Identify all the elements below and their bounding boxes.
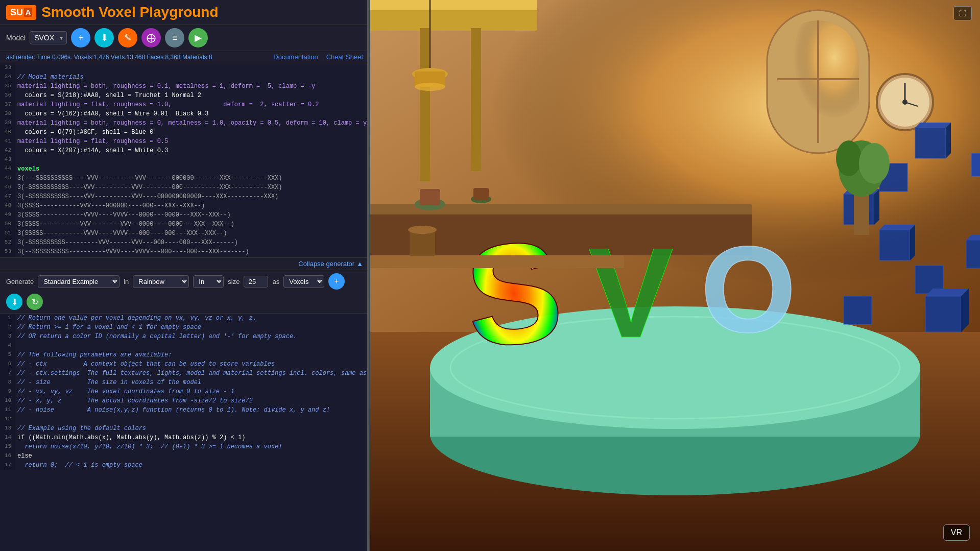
code-line: 38 colors = V(162):#4A0, shell = Wire 0.… [0, 109, 369, 118]
line-number: 4 [0, 341, 15, 350]
model-select[interactable]: SVOX [30, 31, 67, 44]
type-select-wrapper: Voxels Faces Both [283, 275, 324, 288]
cheat-sheet-link[interactable]: Cheat Sheet [326, 53, 363, 61]
svg-rect-32 [879, 230, 910, 260]
code-line: 43 [0, 155, 369, 164]
svg-text:O: O [701, 221, 796, 358]
line-content: // The following parameters are availabl… [15, 350, 369, 360]
line-number: 6 [0, 360, 15, 369]
code-line: 4 [0, 341, 369, 350]
line-number: 44 [0, 164, 15, 174]
svg-marker-39 [946, 123, 951, 158]
line-number: 3 [0, 332, 15, 341]
line-content: // Return one value per voxel depending … [15, 314, 369, 323]
line-content: material lighting = both, roughness = 0.… [15, 82, 369, 91]
line-number: 51 [0, 229, 15, 238]
line-content: if ((Math.min(Math.abs(x), Math.abs(y), … [15, 433, 369, 442]
line-content: else [15, 451, 369, 461]
line-content: // - ctx A context object that can be us… [15, 360, 369, 369]
line-content: 3(-SSSSSSSSSSS----VVV----------VVV------… [15, 183, 369, 192]
add-button[interactable]: + [71, 28, 90, 47]
color-select[interactable]: Rainbow Standard Custom [133, 275, 189, 288]
line-number: 48 [0, 201, 15, 210]
line-content: return 0; // < 1 is empty space [15, 461, 369, 470]
line-number: 36 [0, 91, 15, 100]
grid-button[interactable]: ⨁ [141, 28, 161, 47]
code-line: 17 return 0; // < 1 is empty space [0, 461, 369, 470]
fullscreen-button[interactable]: ⛶ [953, 6, 972, 20]
code-line: 533(--SSSSSSSSSS----------VVVV----VVVV--… [0, 247, 369, 256]
line-content: colors = O(79):#8CF, shell = Blue 0 [15, 128, 369, 137]
line-number: 42 [0, 146, 15, 155]
gen-add-button[interactable]: + [328, 273, 345, 290]
line-content: 3(-SSSSSSSSSSS----VVV----------VVV----00… [15, 192, 369, 201]
collapse-bar: Collapse generator ▲ [0, 257, 369, 270]
line-content: colors = S(218):#AA0, shell = Truchet 1 … [15, 91, 369, 100]
direction-select[interactable]: In Out Both [193, 275, 224, 288]
line-content: // Example using the default colors [15, 424, 369, 433]
type-select[interactable]: Voxels Faces Both [283, 275, 324, 288]
list-button[interactable]: ≡ [165, 28, 184, 47]
svg-rect-40 [844, 296, 872, 324]
example-select[interactable]: Standard Example Rainbow Checkerboard Gr… [38, 275, 119, 288]
code-line: 543(---SSSSSSSSSS----------VVV----VVV---… [0, 256, 369, 257]
collapse-icon: ▲ [356, 260, 363, 268]
code-line: 453(---SSSSSSSSSS----VVV----------VVV---… [0, 174, 369, 183]
header: SU A Smooth Voxel Playground [0, 0, 369, 25]
line-number: 54 [0, 256, 15, 257]
example-select-wrapper: Standard Example Rainbow Checkerboard Gr… [38, 275, 119, 288]
code-line: 523(-SSSSSSSSSS---------VVV------VVV---0… [0, 238, 369, 247]
right-panel: S V O [370, 0, 980, 551]
gen-refresh-button[interactable]: ↻ [27, 294, 43, 310]
collapse-button[interactable]: Collapse generator ▲ [298, 260, 363, 268]
svg-rect-8 [370, 0, 537, 10]
line-number: 53 [0, 247, 15, 256]
line-content: // - noise A noise(x,y,z) function (retu… [15, 405, 369, 415]
svg-marker-31 [874, 189, 879, 225]
line-content: // OR return a color ID (normally a capi… [15, 332, 369, 341]
vr-button[interactable]: VR [943, 524, 970, 541]
color-select-wrapper: Rainbow Standard Custom [133, 275, 189, 288]
fullscreen-icon: ⛶ [959, 9, 966, 17]
code-line: 41material lighting = flat, roughness = … [0, 137, 369, 146]
logo: SU A [6, 5, 36, 20]
line-number: 40 [0, 128, 15, 137]
code-line: 39material lighting = both, roughness = … [0, 118, 369, 128]
code-line: 503(SSSS-----------VVV--------VVV--0000-… [0, 220, 369, 229]
size-label: size [228, 278, 240, 285]
line-number: 34 [0, 73, 15, 82]
line-number: 49 [0, 210, 15, 220]
line-content [15, 415, 369, 424]
line-number: 46 [0, 183, 15, 192]
line-content: material lighting = flat, roughness = 0.… [15, 137, 369, 146]
line-content: colors = V(162):#4A0, shell = Wire 0.01 … [15, 109, 369, 118]
resize-handle[interactable] [367, 0, 369, 551]
svg-point-50 [415, 83, 445, 91]
download-button[interactable]: ⬇ [94, 28, 114, 47]
code-line: 15 return noise(x/10, y/10, z/10) * 3; /… [0, 442, 369, 451]
line-number: 14 [0, 433, 15, 442]
code-line: 6// - ctx A context object that can be u… [0, 360, 369, 369]
code-line: 44voxels [0, 164, 369, 174]
svg-marker-34 [910, 225, 915, 260]
play-button[interactable]: ▶ [188, 28, 208, 47]
stats-bar: ast render: Time:0.096s. Voxels:1,476 Ve… [0, 51, 369, 63]
collapse-label: Collapse generator [298, 260, 354, 268]
svg-point-54 [859, 143, 890, 184]
code-line: 40 colors = O(79):#8CF, shell = Blue 0 [0, 128, 369, 137]
svg-rect-14 [420, 189, 440, 205]
line-content: return noise(x/10, y/10, z/10) * 3; // (… [15, 442, 369, 451]
code-editor-top[interactable]: 3334// Model materials35material lightin… [0, 63, 369, 257]
svg-rect-46 [971, 153, 980, 176]
size-input[interactable] [244, 276, 268, 288]
line-content: colors = X(207):#14A, shell = White 0.3 [15, 146, 369, 155]
code-editor-bottom[interactable]: 1// Return one value per voxel depending… [0, 314, 369, 551]
edit-button[interactable]: ✎ [118, 28, 137, 47]
line-content: // - size The size in voxels of the mode… [15, 378, 369, 387]
documentation-link[interactable]: Documentation [273, 53, 318, 61]
code-line: 493(SSSS------------VVVV----VVVV---0000-… [0, 210, 369, 220]
logo-inner: A [24, 8, 32, 17]
code-line: 13// Example using the default colors [0, 424, 369, 433]
gen-download-button[interactable]: ⬇ [6, 294, 22, 310]
model-label: Model [6, 34, 26, 42]
